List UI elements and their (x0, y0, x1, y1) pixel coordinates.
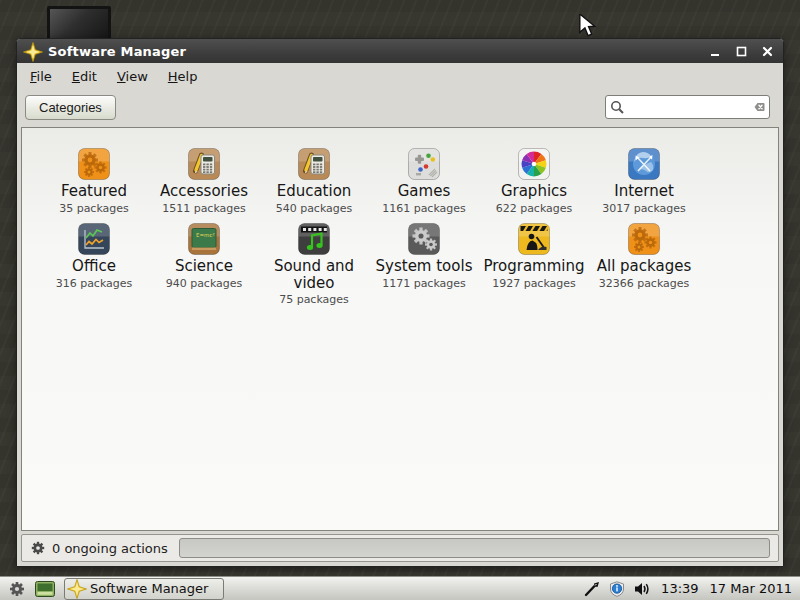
chalkboard-icon: E=mc² (188, 223, 220, 255)
category-label: Graphics (479, 183, 589, 200)
category-package-count: 1161 packages (369, 202, 479, 215)
music-video-icon (298, 223, 330, 255)
category-education[interactable]: Education540 packages (259, 148, 369, 215)
category-all-packages[interactable]: All packages32366 packages (589, 223, 699, 307)
category-label: Sound and video (259, 258, 369, 292)
taskbar-window-label: Software Manager (90, 581, 208, 596)
gamepad-icon (408, 148, 440, 180)
search-input[interactable] (624, 99, 750, 115)
category-package-count: 3017 packages (589, 202, 699, 215)
menu-edit[interactable]: Edit (64, 66, 105, 87)
minimize-button[interactable] (705, 43, 725, 59)
category-label: Featured (39, 183, 149, 200)
menu-help[interactable]: Help (160, 66, 206, 87)
category-system-tools[interactable]: System tools1171 packages (369, 223, 479, 307)
show-desktop-icon[interactable] (34, 579, 56, 599)
category-label: All packages (589, 258, 699, 275)
globe-icon (628, 148, 660, 180)
menu-view[interactable]: View (109, 66, 156, 87)
color-wheel-icon (518, 148, 550, 180)
statusbar: 0 ongoing actions (21, 534, 779, 562)
category-package-count: 1927 packages (479, 277, 589, 290)
window-title: Software Manager (48, 44, 699, 59)
category-package-count: 316 packages (39, 277, 149, 290)
category-package-count: 940 packages (149, 277, 259, 290)
category-package-count: 622 packages (479, 202, 589, 215)
construction-icon (518, 223, 550, 255)
system-tray: 13:39 17 Mar 2011 (576, 577, 800, 600)
titlebar[interactable]: Software Manager (17, 39, 783, 63)
menu-file[interactable]: File (22, 66, 60, 87)
search-icon (610, 100, 624, 114)
category-package-count: 32366 packages (589, 277, 699, 290)
category-label: Accessories (149, 183, 259, 200)
clock-time: 13:39 (661, 581, 698, 596)
gears-orange-icon (78, 148, 110, 180)
category-label: Programming (479, 258, 589, 275)
category-package-count: 35 packages (39, 202, 149, 215)
category-label: Games (369, 183, 479, 200)
update-shield-icon[interactable] (608, 581, 626, 597)
panel-settings-icon[interactable] (6, 579, 28, 599)
category-graphics[interactable]: Graphics622 packages (479, 148, 589, 215)
taskbar-left: Software Manager (0, 577, 224, 600)
software-manager-window: Software Manager FileEditViewHelp Catego… (16, 38, 784, 567)
category-label: System tools (369, 258, 479, 275)
clock-date: 17 Mar 2011 (710, 581, 792, 596)
chart-icon (78, 223, 110, 255)
gears-gray-icon (408, 223, 440, 255)
taskbar: Software Manager 13:39 17 Mar 2011 (0, 576, 800, 600)
app-star-icon (23, 42, 41, 60)
svg-text:E=mc²: E=mc² (196, 232, 215, 238)
progress-bar (179, 538, 770, 558)
toolbar: Categories (17, 89, 783, 127)
category-science[interactable]: E=mc²Science940 packages (149, 223, 259, 307)
category-label: Education (259, 183, 369, 200)
ongoing-actions-text: 0 ongoing actions (52, 541, 168, 556)
category-package-count: 1171 packages (369, 277, 479, 290)
category-featured[interactable]: Featured35 packages (39, 148, 149, 215)
category-label: Science (149, 258, 259, 275)
clock-applet[interactable]: 13:39 17 Mar 2011 (661, 581, 792, 596)
close-button[interactable] (757, 43, 777, 59)
category-package-count: 1511 packages (149, 202, 259, 215)
search-box[interactable] (605, 95, 770, 119)
categories-view: Featured35 packagesAccessories1511 packa… (21, 127, 779, 531)
category-package-count: 540 packages (259, 202, 369, 215)
category-office[interactable]: Office316 packages (39, 223, 149, 307)
clear-search-icon[interactable] (750, 100, 766, 114)
category-games[interactable]: Games1161 packages (369, 148, 479, 215)
category-label: Office (39, 258, 149, 275)
gears-orange-icon (628, 223, 660, 255)
category-accessories[interactable]: Accessories1511 packages (149, 148, 259, 215)
calculator-icon (188, 148, 220, 180)
category-package-count: 75 packages (259, 293, 369, 306)
taskbar-window-button[interactable]: Software Manager (64, 578, 224, 600)
category-grid: Featured35 packagesAccessories1511 packa… (22, 128, 778, 314)
maximize-button[interactable] (731, 43, 751, 59)
stylus-tray-icon[interactable] (583, 581, 601, 597)
mouse-cursor-icon (578, 14, 600, 38)
taskbar-app-star-icon (67, 579, 87, 599)
category-internet[interactable]: Internet3017 packages (589, 148, 699, 215)
category-sound-and-video[interactable]: Sound and video75 packages (259, 223, 369, 307)
category-programming[interactable]: Programming1927 packages (479, 223, 589, 307)
calculator-icon (298, 148, 330, 180)
category-label: Internet (589, 183, 699, 200)
categories-button[interactable]: Categories (25, 95, 116, 120)
ongoing-actions-gear-icon (31, 541, 45, 555)
volume-icon[interactable] (633, 581, 651, 597)
menubar: FileEditViewHelp (17, 63, 783, 89)
